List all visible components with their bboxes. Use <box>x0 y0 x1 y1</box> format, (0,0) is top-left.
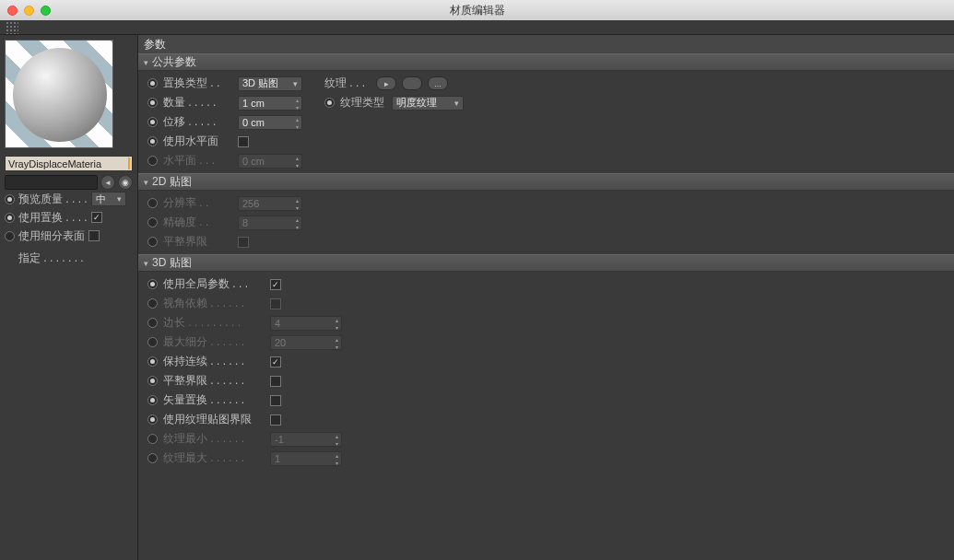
shift-input[interactable]: 0 cm <box>238 115 302 130</box>
spinner-icon <box>332 317 341 330</box>
amount-radio[interactable] <box>147 98 158 108</box>
use-displace-checkbox[interactable] <box>91 212 102 223</box>
tight-bounds-3d-radio[interactable] <box>147 376 158 386</box>
toolstrip <box>0 20 954 35</box>
use-displace-radio[interactable] <box>5 213 15 223</box>
texture-none-button[interactable] <box>402 76 422 90</box>
spinner-icon[interactable] <box>292 97 301 110</box>
view-dep-label: 视角依赖 . . . . . . <box>163 296 265 311</box>
use-tex-bounds-label: 使用纹理贴图界限 <box>163 412 265 427</box>
keep-cont-checkbox[interactable] <box>270 356 281 368</box>
shift-label: 位移 . . . . . <box>163 114 232 130</box>
assign-label[interactable]: 指定 . . . . . . . <box>0 245 137 266</box>
edge-len-radio <box>147 318 158 328</box>
keep-cont-radio[interactable] <box>147 356 158 367</box>
tex-min-label: 纹理最小 . . . . . . <box>163 431 265 447</box>
precision-input: 8 <box>238 216 302 230</box>
edge-len-value: 4 <box>275 318 280 329</box>
spinner-icon <box>332 336 341 349</box>
tex-type-label: 纹理类型 <box>340 95 386 111</box>
group-common-body: 置换类型 . . 3D 贴图 纹理 . . . 数量 . . . . . 1 c… <box>138 71 954 173</box>
water-level-label: 水平面 . . . <box>163 153 232 169</box>
preview-quality-dropdown[interactable]: 中 <box>91 192 126 206</box>
use-water-radio[interactable] <box>147 136 158 146</box>
material-name-input[interactable]: VrayDisplaceMateria <box>5 156 133 171</box>
precision-radio <box>147 217 158 228</box>
spinner-icon[interactable] <box>292 116 301 129</box>
group-common-title: 公共参数 <box>152 54 196 70</box>
preview-quality-value: 中 <box>96 192 106 206</box>
group-2d-body: 分辨率 . . 256 精确度 . . 8 平整界限 <box>138 191 954 254</box>
spinner-icon <box>332 433 341 446</box>
group-3d-title: 3D 贴图 <box>152 255 192 271</box>
target-button[interactable] <box>118 175 133 190</box>
displace-type-label: 置换类型 . . <box>163 76 232 91</box>
resolution-radio <box>147 198 158 208</box>
spinner-icon <box>332 452 341 465</box>
use-global-label: 使用全局参数 . . . <box>163 276 265 292</box>
use-global-radio[interactable] <box>147 279 158 289</box>
tight-bounds-2d-checkbox <box>238 237 249 248</box>
use-subdiv-radio[interactable] <box>5 231 15 241</box>
material-preview[interactable] <box>5 40 113 148</box>
water-level-value: 0 cm <box>242 156 265 167</box>
view-dep-radio <box>147 298 158 309</box>
tight-bounds-3d-label: 平整界限 . . . . . . <box>163 373 265 389</box>
tight-bounds-2d-radio <box>147 237 158 247</box>
texture-arrow-button[interactable] <box>376 76 396 90</box>
use-tex-bounds-radio[interactable] <box>147 414 158 425</box>
group-3d-body: 使用全局参数 . . . 视角依赖 . . . . . . 边长 . . . .… <box>138 272 954 471</box>
displace-type-value: 3D 贴图 <box>242 76 278 90</box>
tex-type-value: 明度纹理 <box>396 96 437 110</box>
amount-label: 数量 . . . . . <box>163 95 232 111</box>
displace-type-radio[interactable] <box>147 78 158 88</box>
use-water-checkbox[interactable] <box>238 136 249 147</box>
search-input[interactable] <box>5 175 98 190</box>
tex-max-radio <box>147 453 158 463</box>
material-name-text: VrayDisplaceMateria <box>8 158 101 169</box>
spinner-icon <box>292 197 301 210</box>
vector-disp-checkbox[interactable] <box>270 395 281 406</box>
resolution-label: 分辨率 . . <box>163 195 232 211</box>
use-water-label: 使用水平面 <box>163 134 232 149</box>
tex-type-dropdown[interactable]: 明度纹理 <box>392 96 464 111</box>
resolution-input: 256 <box>238 196 302 211</box>
use-tex-bounds-checkbox[interactable] <box>270 414 281 426</box>
panel-title: 参数 <box>138 35 954 53</box>
amount-input[interactable]: 1 cm <box>238 96 302 111</box>
amount-value: 1 cm <box>242 98 265 109</box>
tight-bounds-3d-checkbox[interactable] <box>270 376 281 387</box>
view-dep-checkbox <box>270 298 281 309</box>
vector-disp-label: 矢量置换 . . . . . . <box>163 392 265 408</box>
vector-disp-radio[interactable] <box>147 395 158 405</box>
shift-value: 0 cm <box>242 117 265 128</box>
max-subdiv-label: 最大细分 . . . . . . <box>163 334 265 350</box>
tex-min-radio <box>147 434 158 444</box>
preview-quality-label: 预览质量 . . . . <box>18 192 88 207</box>
tight-bounds-2d-label: 平整界限 <box>163 234 232 250</box>
precision-value: 8 <box>242 217 248 228</box>
use-subdiv-checkbox[interactable] <box>88 230 100 241</box>
group-2d-header[interactable]: 2D 贴图 <box>138 173 954 191</box>
use-subdiv-label: 使用细分表面 <box>18 228 85 244</box>
use-displace-label: 使用置换 . . . . <box>18 210 88 226</box>
preview-quality-radio[interactable] <box>5 194 15 204</box>
group-2d-title: 2D 贴图 <box>152 174 192 190</box>
window-title: 材质编辑器 <box>0 3 954 18</box>
water-level-radio[interactable] <box>147 156 158 166</box>
use-global-checkbox[interactable] <box>270 279 281 290</box>
group-3d-header[interactable]: 3D 贴图 <box>138 254 954 272</box>
displace-type-dropdown[interactable]: 3D 贴图 <box>238 76 302 91</box>
grid-icon[interactable] <box>6 21 18 34</box>
preview-sphere <box>13 48 107 142</box>
texture-browse-button[interactable] <box>428 76 448 90</box>
max-subdiv-radio <box>147 337 158 347</box>
sidebar: VrayDisplaceMateria 预览质量 . . . . 中 使用置换 … <box>0 35 138 560</box>
water-level-input: 0 cm <box>238 154 302 169</box>
group-common-header[interactable]: 公共参数 <box>138 53 954 71</box>
tex-max-label: 纹理最大 . . . . . . <box>163 450 265 466</box>
tex-type-radio[interactable] <box>324 98 335 108</box>
shift-radio[interactable] <box>147 117 158 127</box>
max-subdiv-input: 20 <box>270 335 342 350</box>
prev-button[interactable] <box>100 175 115 190</box>
